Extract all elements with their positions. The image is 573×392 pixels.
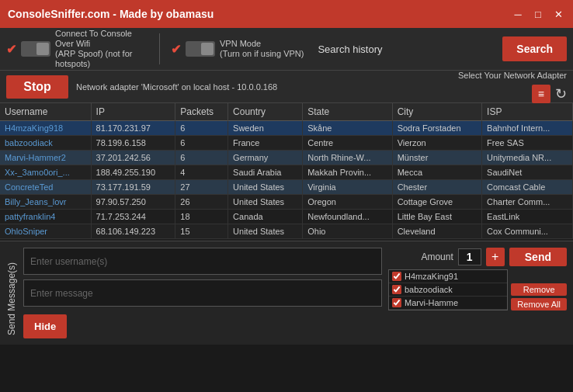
message-input[interactable]	[23, 279, 382, 307]
table-cell-isp: Bahnhof Intern...	[482, 121, 573, 136]
table-row[interactable]: Xx-_3amo0ori_...188.49.255.1904Saudi Ara…	[0, 165, 573, 180]
table-cell-isp: Comcast Cable	[482, 180, 573, 195]
table-cell-packets: 26	[175, 195, 228, 210]
table-cell-username: Marvi-Hammer2	[0, 151, 91, 165]
table-cell-packets: 4	[175, 165, 228, 180]
table-cell-country: United States	[228, 195, 303, 210]
table-row[interactable]: ConcreteTed73.177.191.5927United StatesV…	[0, 180, 573, 195]
table-cell-ip: 68.106.149.223	[91, 224, 175, 239]
table-cell-ip: 188.49.255.190	[91, 165, 175, 180]
stop-button[interactable]: Stop	[6, 75, 68, 99]
maximize-button[interactable]: □	[531, 7, 545, 21]
status-bar: Stop Network adapter 'Microsoft' on loca…	[0, 71, 573, 103]
network-adapter-section: Select Your Network Adapter ≡ ↻	[458, 71, 567, 103]
user-checkbox[interactable]	[392, 285, 401, 294]
table-cell-ip: 78.199.6.158	[91, 136, 175, 151]
table-row[interactable]: Billy_Jeans_lovr97.90.57.25026United Sta…	[0, 195, 573, 210]
table-cell-username: OhloSniper	[0, 224, 91, 239]
table-cell-city: Chester	[392, 180, 481, 195]
vpn-checkmark: ✔	[171, 42, 181, 57]
table-cell-city: Vierzon	[392, 136, 481, 151]
table-cell-isp: Cox Communi...	[482, 224, 573, 239]
table-cell-country: Germany	[228, 151, 303, 165]
col-isp: ISP	[482, 103, 573, 121]
col-city: City	[392, 103, 481, 121]
user-list-item-name: H4mzaKing91	[405, 272, 504, 281]
hide-button[interactable]: Hide	[23, 314, 67, 338]
table-cell-ip: 81.170.231.97	[91, 121, 175, 136]
plus-button[interactable]: +	[486, 248, 505, 266]
window-controls: ─ □ ✕	[511, 7, 565, 21]
table-cell-city: Mecca	[392, 165, 481, 180]
minimize-button[interactable]: ─	[511, 7, 525, 21]
table-cell-city: Sodra Forstaden	[392, 121, 481, 136]
wifi-toggle-label: Connect To Console Over Wifi(ARP Spoof) …	[55, 29, 148, 70]
user-list-item[interactable]: Marvi-Hamme	[389, 297, 507, 310]
table-cell-city: Cottage Grove	[392, 195, 481, 210]
user-list-item[interactable]: babzoodiack	[389, 283, 507, 297]
data-table-container: Username IP Packets Country State City I…	[0, 103, 573, 241]
table-cell-ip: 71.7.253.244	[91, 210, 175, 224]
col-country: Country	[228, 103, 303, 121]
refresh-icon-button[interactable]: ↻	[555, 85, 567, 102]
user-list-item-name: babzoodiack	[405, 285, 504, 294]
table-row[interactable]: babzoodiack78.199.6.1586FranceCentreVier…	[0, 136, 573, 151]
table-row[interactable]: pattyfranklin471.7.253.24418CanadaNewfou…	[0, 210, 573, 224]
bottom-panel: Send Message(s) Hide Amount 1 + Send H4m…	[0, 241, 573, 345]
table-cell-isp: Unitymedia NR...	[482, 151, 573, 165]
table-cell-country: United States	[228, 224, 303, 239]
user-list-row: H4mzaKing91babzoodiackMarvi-Hamme Remove…	[388, 269, 567, 310]
right-panel: Amount 1 + Send H4mzaKing91babzoodiackMa…	[388, 248, 567, 338]
remove-button[interactable]: Remove	[511, 283, 567, 296]
user-checkbox[interactable]	[392, 298, 401, 307]
send-action-button[interactable]: Send	[509, 248, 567, 266]
user-actions: Remove Remove All	[511, 283, 567, 310]
table-cell-username: H4mzaKing918	[0, 121, 91, 136]
table-cell-packets: 6	[175, 151, 228, 165]
table-cell-ip: 73.177.191.59	[91, 180, 175, 195]
col-state: State	[303, 103, 392, 121]
wifi-toggle-switch[interactable]	[21, 41, 50, 57]
table-cell-state: Makkah Provin...	[303, 165, 392, 180]
message-inputs: Hide	[23, 248, 382, 338]
table-cell-city: Münster	[392, 151, 481, 165]
user-list-item-name: Marvi-Hamme	[405, 298, 504, 307]
table-cell-username: Xx-_3amo0ori_...	[0, 165, 91, 180]
vpn-toggle-switch[interactable]	[186, 41, 215, 57]
wifi-checkmark: ✔	[6, 42, 16, 57]
search-button[interactable]: Search	[502, 36, 567, 61]
table-cell-isp: SaudiNet	[482, 165, 573, 180]
table-cell-username: pattyfranklin4	[0, 210, 91, 224]
table-cell-username: Billy_Jeans_lovr	[0, 195, 91, 210]
user-list-item[interactable]: H4mzaKing91	[389, 270, 507, 283]
table-cell-ip: 37.201.242.56	[91, 151, 175, 165]
amount-row: Amount 1 + Send	[388, 248, 567, 266]
table-cell-packets: 18	[175, 210, 228, 224]
table-row[interactable]: OhloSniper68.106.149.22315United StatesO…	[0, 224, 573, 239]
table-cell-country: Sweden	[228, 121, 303, 136]
table-cell-state: Virginia	[303, 180, 392, 195]
table-cell-city: Little Bay East	[392, 210, 481, 224]
toolbar-divider	[159, 33, 160, 64]
user-list: H4mzaKing91babzoodiackMarvi-Hamme	[388, 269, 508, 310]
table-cell-state: North Rhine-W...	[303, 151, 392, 165]
table-cell-username: ConcreteTed	[0, 180, 91, 195]
username-input[interactable]	[23, 248, 382, 275]
table-cell-country: United States	[228, 180, 303, 195]
wifi-toggle-knob	[36, 43, 49, 55]
table-cell-country: France	[228, 136, 303, 151]
table-row[interactable]: Marvi-Hammer237.201.242.566GermanyNorth …	[0, 151, 573, 165]
table-cell-state: Oregon	[303, 195, 392, 210]
toolbar: ✔ Connect To Console Over Wifi(ARP Spoof…	[0, 28, 573, 71]
wifi-toggle-group: ✔ Connect To Console Over Wifi(ARP Spoof…	[6, 29, 148, 70]
table-cell-isp: EastLink	[482, 210, 573, 224]
search-history-button[interactable]: Search history	[311, 40, 388, 58]
send-messages-label: Send Message(s)	[6, 248, 17, 338]
user-checkbox[interactable]	[392, 272, 401, 281]
close-button[interactable]: ✕	[551, 7, 565, 21]
menu-icon-button[interactable]: ≡	[532, 85, 550, 103]
remove-all-button[interactable]: Remove All	[511, 298, 567, 310]
table-cell-state: Skåne	[303, 121, 392, 136]
table-row[interactable]: H4mzaKing91881.170.231.976SwedenSkåneSod…	[0, 121, 573, 136]
table-cell-state: Newfoundland...	[303, 210, 392, 224]
